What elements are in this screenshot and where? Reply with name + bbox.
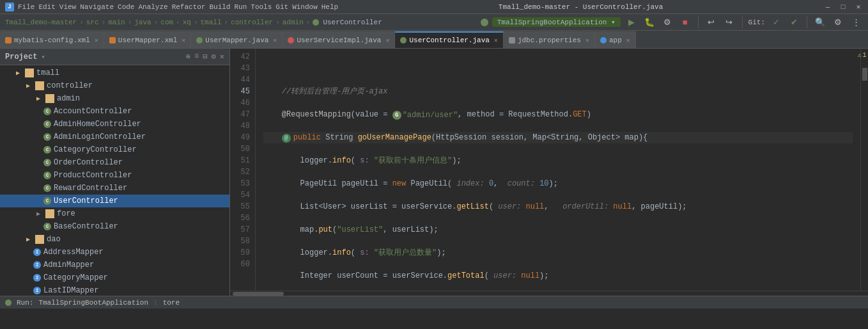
tree-item-ordercontroller[interactable]: C OrderController: [0, 156, 229, 169]
ln-50: 50: [230, 143, 250, 155]
ln-42: 42: [230, 51, 250, 63]
project-panel: Project ▾ ⊕ ≡ ⊟ ⚙ ✕ ▶ tmall ▶ controller: [0, 49, 230, 296]
tree-item-fore[interactable]: ▶ fore: [0, 207, 229, 220]
breadcrumb-src[interactable]: src: [86, 19, 99, 26]
run-button[interactable]: ▶: [624, 15, 639, 29]
app-icon: J: [5, 3, 14, 12]
folder-collapse-fore: ▶: [33, 210, 43, 218]
tab-close-usercontroller[interactable]: ✕: [494, 36, 498, 44]
tab-close-usermapper-xml[interactable]: ✕: [182, 36, 185, 44]
breadcrumb-controller[interactable]: controller: [231, 19, 273, 26]
tab-label-mybatis: mybatis-config.xml: [14, 36, 90, 44]
breadcrumb-java[interactable]: java: [134, 19, 151, 26]
hscrollbar-thumb[interactable]: [233, 292, 284, 296]
code-line-51: Integer userCount = userService.getTotal…: [263, 270, 853, 282]
tab-icon-usermapper-xml: [109, 37, 116, 44]
tree-item-accountcontroller[interactable]: C AccountController: [0, 105, 229, 118]
tree-item-adminmapper[interactable]: I AdminMapper: [0, 259, 229, 271]
tab-close-userserviceimpl[interactable]: ✕: [385, 36, 389, 44]
scrollbar-track: [862, 61, 867, 113]
undo-button[interactable]: ↩: [704, 15, 718, 29]
tab-mybatis-config[interactable]: mybatis-config.xml ✕: [0, 31, 104, 48]
tree-item-lastidmapper[interactable]: I LastIDMapper: [0, 284, 229, 296]
project-collapse-icon[interactable]: ⊟: [203, 52, 207, 61]
scrollbar-thumb[interactable]: [862, 68, 867, 81]
tab-label-jdbc: jdbc.properties: [518, 36, 581, 44]
tab-usermapper-xml[interactable]: UserMapper.xml ✕: [104, 31, 191, 48]
breadcrumb-xq[interactable]: xq: [183, 19, 191, 26]
code-editor[interactable]: //转到后台管理-用户页-ajax @RequestMapping(value …: [256, 49, 860, 291]
project-add-icon[interactable]: ⊕: [186, 52, 190, 61]
tree-item-admin[interactable]: ▶ admin: [0, 92, 229, 105]
class-icon-usercontroller: C: [43, 197, 51, 205]
tab-close-jdbc[interactable]: ✕: [585, 36, 589, 44]
tree-label-fore: fore: [57, 209, 75, 218]
code-line-44: @RequestMapping(value = G"admin/user", m…: [263, 109, 853, 120]
git-check-button[interactable]: ✓: [769, 15, 783, 29]
redo-button[interactable]: ↪: [722, 15, 736, 29]
tree-item-usercontroller[interactable]: C UserController: [0, 195, 229, 207]
search-button[interactable]: 🔍: [813, 15, 827, 29]
tab-close-mybatis[interactable]: ✕: [95, 36, 98, 44]
project-settings-icon[interactable]: ⚙: [212, 52, 216, 61]
project-expand-arrow[interactable]: ▾: [41, 53, 45, 61]
minimize-button[interactable]: —: [823, 3, 832, 12]
tree-label-rewardcontroller: RewardController: [54, 184, 127, 193]
tab-close-usermapper-java[interactable]: ✕: [273, 36, 277, 44]
tab-usermapper-java[interactable]: UserMapper.java ✕: [191, 31, 283, 48]
tree-label-categorycontroller: CategoryController: [54, 145, 137, 154]
code-line-50: logger.info( s: "获取用户总数量");: [263, 247, 853, 259]
title-bar-code: Code: [118, 3, 134, 11]
tree-label-accountcontroller: AccountController: [54, 107, 132, 116]
tree-item-rewardcontroller[interactable]: C RewardController: [0, 182, 229, 195]
tree-item-tmall[interactable]: ▶ tmall: [0, 67, 229, 79]
more-button[interactable]: ⋮: [849, 15, 863, 29]
title-bar-tools: Tools: [251, 3, 272, 11]
tree-item-dao[interactable]: ▶ dao: [0, 233, 229, 246]
project-list-icon[interactable]: ≡: [194, 52, 199, 61]
tree-label-basecontroller: BaseController: [54, 222, 118, 231]
breadcrumb-main[interactable]: main: [108, 19, 125, 26]
breadcrumb-usercontroller[interactable]: UserController: [323, 19, 382, 26]
project-close-icon[interactable]: ✕: [220, 52, 224, 61]
close-button[interactable]: ✕: [854, 3, 863, 12]
breadcrumb-tmall[interactable]: tmall: [201, 19, 222, 26]
code-line-42: [263, 63, 853, 74]
maximize-button[interactable]: □: [839, 3, 848, 12]
title-bar-help: Help: [322, 3, 338, 11]
tree-item-adminhomecontroller[interactable]: C AdminHomeController: [0, 118, 229, 131]
tree-item-categorycontroller[interactable]: C CategoryController: [0, 143, 229, 156]
title-bar-refactor: Refactor: [172, 3, 206, 11]
tree-item-categorymapper[interactable]: I CategoryMapper: [0, 271, 229, 284]
tree-item-controller[interactable]: ▶ controller: [0, 79, 229, 92]
tab-close-app[interactable]: ✕: [626, 36, 630, 44]
breadcrumb-app[interactable]: Tmall_demo-master: [5, 19, 77, 26]
tree-item-addressmapper[interactable]: I AddressMapper: [0, 246, 229, 259]
tab-userserviceimpl[interactable]: UserServiceImpl.java ✕: [283, 31, 395, 48]
tab-jdbc-properties[interactable]: jdbc.properties ✕: [504, 31, 595, 48]
tree-item-productcontroller[interactable]: C ProductController: [0, 169, 229, 182]
title-bar-left: J File Edit View Navigate Code Analyze R…: [5, 3, 338, 12]
breadcrumb-admin[interactable]: admin: [283, 19, 304, 26]
debug-button[interactable]: 🐛: [642, 15, 656, 29]
tab-app[interactable]: app ✕: [595, 31, 636, 48]
stop-button[interactable]: ■: [678, 15, 692, 29]
settings-button[interactable]: ⚙: [831, 15, 845, 29]
title-bar-app: File: [18, 3, 35, 11]
tab-usercontroller[interactable]: UserController.java ✕: [395, 31, 503, 48]
tree-label-admin: admin: [57, 94, 80, 103]
class-icon-lastidmapper: I: [33, 287, 41, 294]
horizontal-scrollbar[interactable]: [230, 291, 868, 296]
warning-count: 1: [863, 52, 867, 59]
folder-glyph-admin: [45, 94, 54, 103]
ln-48: 48: [230, 120, 250, 132]
ln-43: 43: [230, 63, 250, 74]
tree-item-basecontroller[interactable]: C BaseController: [0, 220, 229, 233]
git-tick-button[interactable]: ✔: [787, 15, 801, 29]
tree-item-adminlogincontroller[interactable]: C AdminLoginController: [0, 131, 229, 143]
run-config-label[interactable]: TmallSpringBootApplication ▾: [492, 17, 621, 27]
tab-icon-app: [600, 37, 607, 44]
main-area: Project ▾ ⊕ ≡ ⊟ ⚙ ✕ ▶ tmall ▶ controller: [0, 49, 868, 296]
breadcrumb-com[interactable]: com: [160, 19, 173, 26]
build-button[interactable]: ⚙: [660, 15, 674, 29]
